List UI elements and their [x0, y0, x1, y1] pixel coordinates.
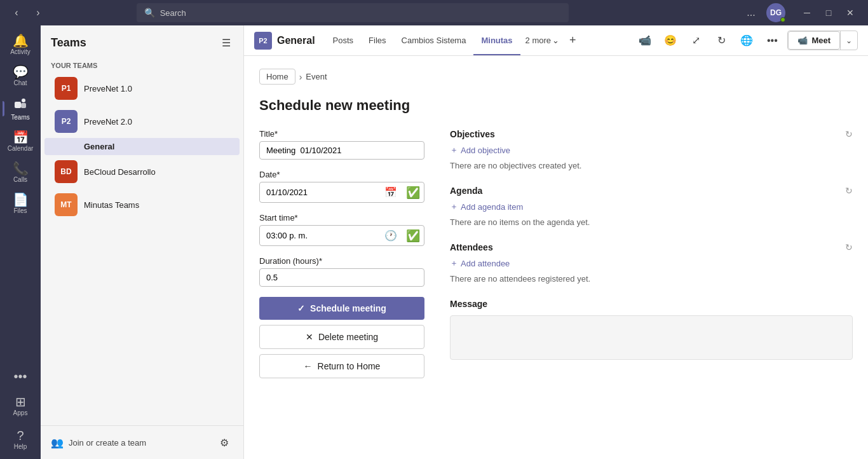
team-item-becloud[interactable]: BD BeCloud Desarrollo ••• — [44, 155, 240, 188]
meet-dropdown-button[interactable]: ⌄ — [840, 31, 857, 50]
attendees-refresh-button[interactable]: ↻ — [845, 242, 853, 252]
sidebar-item-calendar[interactable]: 📅 Calendar — [3, 127, 38, 156]
objectives-empty-text: There are no objectives created yet. — [450, 161, 853, 170]
video-call-icon[interactable]: 📹 — [635, 31, 655, 51]
date-label: Date* — [259, 170, 424, 179]
more-options-button[interactable]: ... — [742, 4, 760, 22]
clock-icon[interactable]: 🕐 — [379, 226, 402, 245]
form-layout: Title* Date* 📅 ✅ Start ti — [259, 129, 853, 383]
objectives-section: Objectives ↻ ＋ Add objective There are n… — [450, 129, 853, 170]
sidebar-item-activity[interactable]: 🔔 Activity — [3, 31, 38, 59]
avatar: DG — [766, 3, 785, 22]
channel-item-general[interactable]: General — [44, 138, 240, 155]
agenda-title: Agenda — [450, 186, 845, 196]
objectives-title: Objectives — [450, 129, 845, 139]
agenda-refresh-button[interactable]: ↻ — [845, 186, 853, 196]
more-tabs-button[interactable]: 2 more ⌄ — [520, 26, 564, 55]
form-right: Objectives ↻ ＋ Add objective There are n… — [450, 129, 853, 383]
tab-posts[interactable]: Posts — [325, 27, 362, 55]
close-button[interactable]: ✕ — [840, 4, 860, 22]
date-input[interactable] — [260, 184, 379, 201]
sidebar-item-help[interactable]: ? Help — [3, 425, 38, 454]
nav-back-button[interactable]: ‹ — [8, 4, 25, 22]
maximize-button[interactable]: □ — [818, 4, 839, 22]
sidebar-item-help-label: Help — [14, 443, 27, 450]
sidebar-item-files[interactable]: 📄 Files — [3, 189, 38, 218]
team-avatar-prevenet2: P2 — [55, 110, 78, 133]
channel-header: P2 General Posts Files Cambios Sistema M… — [244, 25, 868, 56]
breadcrumb-current: Event — [306, 72, 327, 81]
sidebar-item-teams[interactable]: Teams — [3, 93, 38, 125]
join-team-label: Join or create a team — [69, 438, 146, 448]
teams-settings-button[interactable]: ⚙ — [215, 434, 233, 451]
checkmark-icon: ✓ — [297, 303, 305, 313]
plus-icon-agenda: ＋ — [450, 201, 458, 212]
objectives-refresh-button[interactable]: ↻ — [845, 129, 853, 139]
meet-button[interactable]: 📹 Meet — [788, 31, 840, 50]
return-home-button[interactable]: ← Return to Home — [259, 354, 424, 378]
team-item-prevenet1[interactable]: P1 PreveNet 1.0 ••• — [44, 72, 240, 105]
team-item-minutas[interactable]: MT Minutas Teams ••• — [44, 188, 240, 221]
tab-minutas[interactable]: Minutas — [473, 27, 520, 55]
teams-panel: Teams ☰ Your teams P1 PreveNet 1.0 ••• P… — [41, 25, 244, 459]
add-tab-button[interactable]: + — [564, 26, 581, 55]
minimize-button[interactable]: ─ — [797, 4, 817, 22]
channel-more-icon[interactable]: ••• — [762, 31, 782, 51]
date-field: Date* 📅 ✅ — [259, 170, 424, 203]
teams-menu-button[interactable]: ☰ — [219, 34, 233, 51]
teams-header: Teams ☰ — [41, 25, 243, 58]
team-avatar-becloud: BD — [55, 160, 78, 183]
duration-input[interactable] — [259, 268, 424, 287]
schedule-meeting-button[interactable]: ✓ Schedule meeting — [259, 297, 424, 320]
window-controls: ─ □ ✕ — [797, 4, 860, 22]
your-teams-label: Your teams — [41, 58, 243, 72]
team-name-prevenet2: PreveNet 2.0 — [84, 117, 207, 127]
meet-video-icon: 📹 — [797, 36, 808, 45]
add-attendee-link[interactable]: ＋ Add attendee — [450, 257, 853, 269]
calendar-icon: 📅 — [13, 131, 29, 144]
nav-forward-button[interactable]: › — [29, 4, 47, 22]
teams-panel-title: Teams — [51, 36, 86, 50]
time-check-icon: ✅ — [402, 226, 424, 245]
duration-field: Duration (hours)* — [259, 256, 424, 287]
svg-point-1 — [22, 99, 25, 102]
breadcrumb-home[interactable]: Home — [259, 69, 295, 85]
title-label: Title* — [259, 129, 424, 139]
svg-rect-2 — [21, 103, 26, 108]
join-team-button[interactable]: 👥 Join or create a team — [51, 437, 146, 449]
objectives-header: Objectives ↻ — [450, 129, 853, 139]
expand-icon[interactable]: ⤢ — [686, 31, 706, 51]
app-layout: 🔔 Activity 💬 Chat Teams 📅 Calendar 📞 Cal… — [0, 25, 868, 459]
plus-icon-attendees: ＋ — [450, 257, 458, 269]
refresh-channel-icon[interactable]: ↻ — [711, 31, 731, 51]
search-input[interactable] — [160, 8, 561, 18]
sidebar-item-apps-label: Apps — [13, 409, 28, 416]
globe-icon[interactable]: 🌐 — [736, 31, 757, 51]
time-input[interactable] — [260, 227, 379, 244]
tab-cambios[interactable]: Cambios Sistema — [394, 27, 474, 55]
add-agenda-link[interactable]: ＋ Add agenda item — [450, 201, 853, 212]
svg-rect-0 — [15, 102, 21, 108]
calendar-picker-icon[interactable]: 📅 — [379, 182, 402, 202]
sidebar-item-chat[interactable]: 💬 Chat — [3, 62, 38, 90]
sidebar-item-more[interactable]: ••• — [3, 366, 38, 387]
nav-controls: ‹ › — [8, 4, 47, 22]
team-item-prevenet2[interactable]: P2 PreveNet 2.0 ••• — [44, 105, 240, 138]
sidebar-item-calls[interactable]: 📞 Calls — [3, 158, 38, 187]
team-avatar-prevenet1: P1 — [55, 77, 78, 100]
chevron-down-icon: ⌄ — [552, 36, 559, 45]
message-textarea[interactable] — [450, 315, 853, 360]
tab-files[interactable]: Files — [361, 27, 393, 55]
delete-meeting-button[interactable]: ✕ Delete meeting — [259, 325, 424, 349]
title-bar: ‹ › 🔍 ... DG ─ □ ✕ — [0, 0, 868, 25]
add-objective-link[interactable]: ＋ Add objective — [450, 144, 853, 156]
emoji-icon[interactable]: 😊 — [660, 31, 681, 51]
time-input-wrap: 🕐 ✅ — [259, 225, 424, 246]
title-input[interactable] — [259, 141, 424, 160]
sidebar-item-calendar-label: Calendar — [8, 145, 34, 152]
channel-avatar: P2 — [254, 32, 272, 50]
icon-sidebar: 🔔 Activity 💬 Chat Teams 📅 Calendar 📞 Cal… — [0, 25, 41, 459]
sidebar-item-apps[interactable]: ⊞ Apps — [3, 392, 38, 420]
breadcrumb-separator: › — [299, 72, 302, 82]
team-name-minutas: Minutas Teams — [84, 200, 207, 210]
